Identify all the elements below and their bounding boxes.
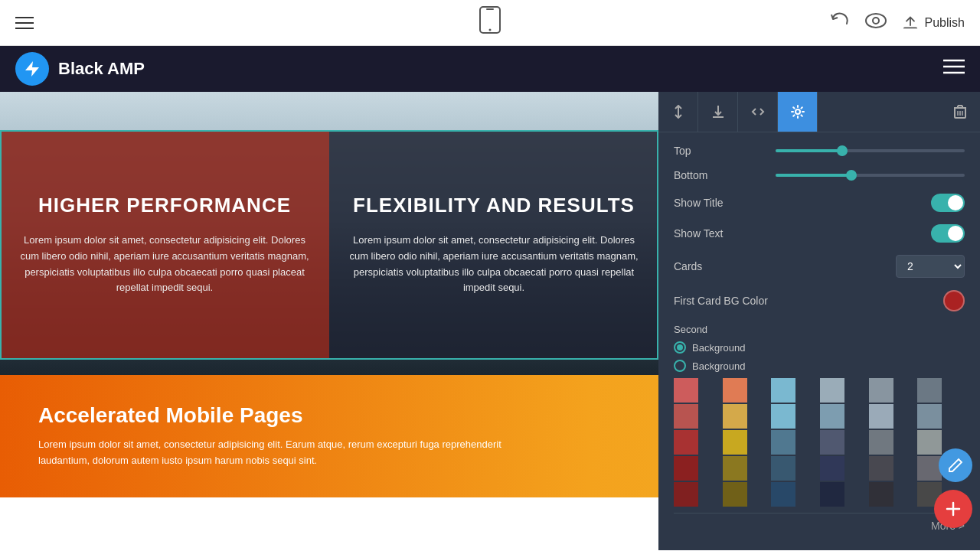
bottom-title: Accelerated Mobile Pages bbox=[38, 403, 536, 428]
card-2-title: FLEXIBILITY AND RESULTS bbox=[353, 194, 635, 217]
radio-row-1: Background bbox=[674, 341, 965, 354]
show-text-toggle[interactable] bbox=[931, 224, 965, 243]
palette-color-24[interactable] bbox=[674, 482, 698, 507]
main-content: HIGHER PERFORMANCE Lorem ipsum dolor sit… bbox=[0, 92, 980, 551]
panel-tool-settings[interactable] bbox=[778, 92, 818, 132]
top-toolbar: Publish bbox=[0, 0, 980, 46]
palette-color-4[interactable] bbox=[869, 378, 893, 403]
show-title-toggle[interactable] bbox=[931, 194, 965, 212]
palette-color-5[interactable] bbox=[917, 378, 942, 403]
card-1[interactable]: HIGHER PERFORMANCE Lorem ipsum dolor sit… bbox=[0, 130, 329, 360]
show-text-row: Show Text bbox=[674, 224, 965, 243]
show-text-knob bbox=[948, 226, 963, 241]
palette-color-20[interactable] bbox=[771, 456, 795, 481]
second-card-row: Second bbox=[674, 324, 965, 335]
palette-color-17[interactable] bbox=[917, 430, 942, 455]
card-1-text: Lorem ipsum dolor sit amet, consectetur … bbox=[19, 233, 310, 296]
undo-icon[interactable] bbox=[828, 10, 850, 36]
palette-color-9[interactable] bbox=[820, 404, 844, 429]
phone-preview-icon[interactable] bbox=[479, 6, 501, 39]
palette-color-28[interactable] bbox=[869, 482, 893, 507]
first-card-bg-label: First Card BG Color bbox=[674, 295, 936, 307]
bottom-slider[interactable] bbox=[776, 174, 965, 177]
top-label: Top bbox=[674, 145, 768, 157]
palette-color-21[interactable] bbox=[820, 456, 844, 481]
site-logo: Black AMP bbox=[15, 52, 145, 86]
menu-icon[interactable] bbox=[15, 17, 34, 29]
top-slider-row: Top bbox=[674, 145, 965, 157]
svg-point-4 bbox=[873, 18, 879, 24]
card-2-text: Lorem ipsum dolor sit amet, consectetur … bbox=[348, 233, 639, 296]
panel-content: Top Bottom Show Title bbox=[658, 132, 980, 550]
panel-tool-download[interactable] bbox=[698, 92, 738, 132]
palette-color-2[interactable] bbox=[771, 378, 795, 403]
show-text-label: Show Text bbox=[674, 227, 923, 240]
svg-point-3 bbox=[866, 14, 886, 28]
radio-row-2: Background bbox=[674, 360, 965, 372]
show-title-knob bbox=[948, 195, 963, 210]
fab-plus-button[interactable] bbox=[934, 490, 972, 528]
palette-color-16[interactable] bbox=[869, 430, 893, 455]
color-palette bbox=[674, 378, 965, 507]
panel-tool-sort[interactable] bbox=[658, 92, 698, 132]
publish-label: Publish bbox=[925, 16, 965, 30]
top-slider[interactable] bbox=[776, 149, 965, 152]
card-2[interactable]: FLEXIBILITY AND RESULTS Lorem ipsum dolo… bbox=[329, 130, 658, 360]
palette-color-1[interactable] bbox=[723, 378, 747, 403]
palette-color-8[interactable] bbox=[771, 404, 795, 429]
palette-color-14[interactable] bbox=[771, 430, 795, 455]
panel-tool-code[interactable] bbox=[738, 92, 778, 132]
palette-color-19[interactable] bbox=[723, 456, 747, 481]
bottom-slider-row: Bottom bbox=[674, 169, 965, 181]
header-menu-icon[interactable] bbox=[943, 59, 965, 79]
card-1-title: HIGHER PERFORMANCE bbox=[38, 194, 291, 217]
palette-color-10[interactable] bbox=[869, 404, 893, 429]
palette-color-3[interactable] bbox=[820, 378, 844, 403]
preview-icon[interactable] bbox=[865, 13, 887, 33]
right-panel: Top Bottom Show Title bbox=[658, 92, 980, 550]
radio-bg-2[interactable] bbox=[674, 360, 686, 372]
more-link[interactable]: More > bbox=[674, 513, 965, 538]
svg-marker-5 bbox=[25, 61, 39, 77]
toolbar-left bbox=[15, 17, 34, 29]
radio-bg-1[interactable] bbox=[674, 341, 686, 354]
palette-color-22[interactable] bbox=[869, 456, 893, 481]
publish-button[interactable]: Publish bbox=[902, 15, 965, 31]
palette-color-11[interactable] bbox=[917, 404, 942, 429]
palette-color-25[interactable] bbox=[723, 482, 747, 507]
site-header: Black AMP bbox=[0, 46, 980, 92]
second-card-label: Second bbox=[674, 324, 965, 335]
palette-color-6[interactable] bbox=[674, 404, 698, 429]
palette-color-13[interactable] bbox=[723, 430, 747, 455]
toolbar-center bbox=[479, 6, 501, 39]
first-card-bg-row: First Card BG Color bbox=[674, 290, 965, 311]
palette-color-18[interactable] bbox=[674, 456, 698, 481]
palette-color-26[interactable] bbox=[771, 482, 795, 507]
fab-pencil-button[interactable] bbox=[939, 448, 972, 482]
cards-row: Cards 2 1 3 4 bbox=[674, 255, 965, 278]
cards-container: HIGHER PERFORMANCE Lorem ipsum dolor sit… bbox=[0, 130, 658, 360]
panel-tool-delete[interactable] bbox=[940, 92, 980, 132]
svg-point-2 bbox=[489, 29, 492, 31]
bottom-label: Bottom bbox=[674, 169, 768, 181]
radio-label-1: Background bbox=[692, 342, 965, 354]
bottom-left: Accelerated Mobile Pages Lorem ipsum dol… bbox=[38, 403, 536, 469]
radio-label-2: Background bbox=[692, 360, 965, 372]
panel-toolbar bbox=[658, 92, 980, 132]
show-title-row: Show Title bbox=[674, 194, 965, 212]
palette-color-7[interactable] bbox=[723, 404, 747, 429]
site-title: Black AMP bbox=[58, 59, 145, 79]
palette-color-27[interactable] bbox=[820, 482, 844, 507]
cards-label: Cards bbox=[674, 260, 888, 272]
bottom-text: Lorem ipsum dolor sit amet, consectetur … bbox=[38, 437, 536, 469]
palette-color-0[interactable] bbox=[674, 378, 698, 403]
show-title-label: Show Title bbox=[674, 197, 923, 209]
logo-icon bbox=[15, 52, 49, 86]
palette-color-12[interactable] bbox=[674, 430, 698, 455]
svg-point-12 bbox=[795, 109, 800, 114]
toolbar-right: Publish bbox=[828, 10, 965, 36]
palette-color-15[interactable] bbox=[820, 430, 844, 455]
cards-select[interactable]: 2 1 3 4 bbox=[896, 255, 965, 278]
first-card-color-swatch[interactable] bbox=[943, 290, 965, 311]
